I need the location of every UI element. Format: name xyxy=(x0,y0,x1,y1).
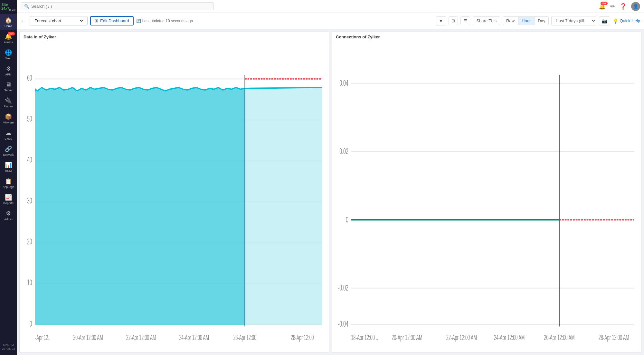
time-granularity-group: Raw Hour Day xyxy=(503,16,549,25)
sidebar-item-server[interactable]: 🖥 Server xyxy=(0,79,17,94)
sidebar-label-web: Web xyxy=(5,57,11,60)
right-chart-svg: 0.04 0.02 0 -0.02 -0.04 xyxy=(332,45,641,352)
home-icon: 🏠 xyxy=(5,17,12,24)
sidebar-item-applogs[interactable]: 📋 AppLogs xyxy=(0,175,17,191)
sidebar-label-alarms: Alarms xyxy=(4,41,13,44)
server-icon: 🖥 xyxy=(5,81,11,88)
camera-icon: 📷 xyxy=(602,18,607,24)
sidebar-item-rum[interactable]: 📊 RUM xyxy=(0,159,17,175)
quick-help-button[interactable]: 💡 Quick Help xyxy=(613,18,640,24)
table-icon: ⊞ xyxy=(451,18,455,23)
sidebar-item-home[interactable]: 🏠 Home xyxy=(0,14,17,30)
quick-help-label: Quick Help xyxy=(620,18,640,23)
grid-icon: ⊞ xyxy=(95,18,98,23)
sidebar-label-server: Server xyxy=(4,89,13,92)
search-input[interactable] xyxy=(31,4,210,9)
raw-label: Raw xyxy=(506,18,515,23)
day-label: Day xyxy=(538,18,545,23)
svg-text:0.02: 0.02 xyxy=(339,146,348,156)
left-chart-body: 0 10 20 30 40 50 60 xyxy=(20,42,329,352)
edit-dashboard-label: Edit Dashboard xyxy=(100,18,129,23)
edit-dashboard-button[interactable]: ⊞ Edit Dashboard xyxy=(90,16,134,25)
share-label: Share This xyxy=(476,18,497,23)
left-chart-title: Data In of Zylker xyxy=(20,32,329,42)
sidebar-item-plugins[interactable]: 🔌 Plugins xyxy=(0,94,17,111)
sidebar-item-cloud[interactable]: ☁ Cloud xyxy=(0,127,17,143)
dashboard-dropdown[interactable]: Forecast chart xyxy=(33,18,84,24)
svg-text:50: 50 xyxy=(27,114,32,123)
time-range-select[interactable]: Last 7 days (till... xyxy=(551,16,596,25)
sidebar-label-admin: Admin xyxy=(4,218,13,221)
svg-text:60: 60 xyxy=(27,73,32,82)
sidebar-bottom: 6:26 PM 25 Apr, 23 xyxy=(1,342,16,355)
alarms-badge: 39+ xyxy=(8,32,15,35)
svg-text:0: 0 xyxy=(346,215,348,224)
right-chart-body: 0.04 0.02 0 -0.02 -0.04 xyxy=(332,42,641,352)
screenshot-button[interactable]: 📷 xyxy=(599,16,610,25)
day-button[interactable]: Day xyxy=(534,16,549,25)
svg-text:-0.02: -0.02 xyxy=(338,283,348,292)
refresh-text: Last updated 10 seconds ago xyxy=(142,19,193,23)
svg-line-14 xyxy=(245,87,322,88)
sidebar-item-network[interactable]: 🔗 Network xyxy=(0,143,17,159)
svg-text:0: 0 xyxy=(30,319,32,328)
sidebar-item-admin[interactable]: ⚙ Admin xyxy=(0,207,17,223)
sidebar-label-vmware: VMware xyxy=(3,121,14,124)
sidebar-time: 6:26 PM 25 Apr, 23 xyxy=(1,342,16,352)
logo-sub: IT BM xyxy=(9,9,15,11)
sidebar-item-alarms[interactable]: 39+ 🔔 Alarms xyxy=(0,30,17,46)
help-icon[interactable]: ❓ xyxy=(620,3,627,10)
right-chart-title: Connections of Zylker xyxy=(332,32,641,42)
sidebar-item-web[interactable]: 🌐 Web xyxy=(0,46,17,63)
sidebar-label-apm: APM xyxy=(5,73,12,76)
notifications-icon[interactable]: 🔔 39+ xyxy=(599,3,606,10)
refresh-icon: 🔄 xyxy=(136,19,141,23)
dashboard-toolbar: ← Forecast chart ⊞ Edit Dashboard 🔄 Last… xyxy=(17,13,644,29)
admin-icon: ⚙ xyxy=(6,210,11,217)
sidebar-item-reports[interactable]: 📈 Reports xyxy=(0,191,17,207)
svg-text:28-Apr 12:00 AM: 28-Apr 12:00 AM xyxy=(599,333,629,342)
svg-text:22-Apr 12:00 AM: 22-Apr 12:00 AM xyxy=(126,333,156,342)
sidebar-label-cloud: Cloud xyxy=(5,137,12,140)
apm-icon: ⚙ xyxy=(6,65,11,72)
avatar[interactable]: 👤 xyxy=(631,2,640,11)
table-view-button[interactable]: ⊞ xyxy=(449,16,458,25)
applogs-icon: 📋 xyxy=(5,178,12,185)
svg-text:20-Apr 12:00 AM: 20-Apr 12:00 AM xyxy=(392,333,422,342)
hour-button[interactable]: Hour xyxy=(518,16,534,25)
dashboard-name-select[interactable]: Forecast chart xyxy=(30,16,88,25)
sidebar-label-plugins: Plugins xyxy=(4,105,13,108)
svg-text:26-Apr 12:00 AM: 26-Apr 12:00 AM xyxy=(544,333,574,342)
svg-text:26-Apr 12:00: 26-Apr 12:00 xyxy=(233,333,256,342)
filter-button[interactable]: ▼ xyxy=(436,16,446,25)
sidebar-item-vmware[interactable]: 📦 VMware xyxy=(0,111,17,127)
raw-button[interactable]: Raw xyxy=(503,16,518,25)
sidebar-item-apm[interactable]: ⚙ APM xyxy=(0,63,17,79)
list-view-button[interactable]: ☰ xyxy=(460,16,470,25)
svg-text:0.04: 0.04 xyxy=(339,78,348,87)
left-chart-panel: Data In of Zylker 0 10 20 30 40 50 60 xyxy=(19,32,329,352)
svg-text:40: 40 xyxy=(27,155,32,164)
sidebar-label-home: Home xyxy=(5,25,12,28)
sidebar-label-applogs: AppLogs xyxy=(3,185,14,189)
search-box[interactable]: 🔍 xyxy=(21,2,214,10)
svg-text:24-Apr 12:00 AM: 24-Apr 12:00 AM xyxy=(179,333,209,342)
svg-text:20: 20 xyxy=(27,237,32,246)
charts-area: Data In of Zylker 0 10 20 30 40 50 60 xyxy=(17,29,644,355)
sidebar-label-reports: Reports xyxy=(3,202,14,205)
sidebar-label-network: Network xyxy=(3,153,14,156)
svg-text:18-Apr 12:00 ..: 18-Apr 12:00 .. xyxy=(351,333,378,342)
logo-text: Site24x7IT BM xyxy=(1,3,15,11)
back-button[interactable]: ← xyxy=(21,18,26,24)
svg-text:30: 30 xyxy=(27,196,32,205)
edit-icon[interactable]: ✏ xyxy=(610,3,615,10)
search-icon: 🔍 xyxy=(24,4,29,9)
avatar-initials: 👤 xyxy=(633,4,638,9)
sidebar: Site24x7IT BM 🏠 Home 39+ 🔔 Alarms 🌐 Web … xyxy=(0,0,17,355)
app-logo[interactable]: Site24x7IT BM xyxy=(0,0,17,14)
svg-text:-0.04: -0.04 xyxy=(338,319,348,328)
share-button[interactable]: Share This xyxy=(473,16,500,25)
web-icon: 🌐 xyxy=(5,49,12,56)
rum-icon: 📊 xyxy=(5,162,12,169)
svg-text:22-Apr 12:00 AM: 22-Apr 12:00 AM xyxy=(446,333,477,342)
